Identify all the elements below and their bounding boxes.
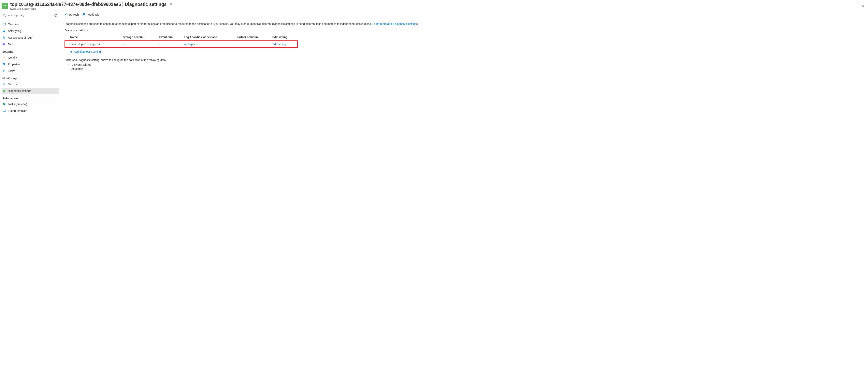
page-title: topic01stg-811a624a-8a77-437e-89de-dfeb5…	[10, 2, 167, 7]
svg-point-20	[4, 64, 5, 65]
section-label: Diagnostic settings	[65, 29, 866, 32]
intro-text: Diagnostic settings are used to configur…	[65, 22, 866, 26]
svg-rect-28	[3, 103, 4, 104]
properties-icon	[2, 63, 6, 66]
col-partner: Partner solution	[235, 34, 270, 41]
sidebar-item-label: Access control (IAM)	[8, 36, 33, 39]
diagnostic-settings-table: Name Storage account Event hub Log Analy…	[65, 34, 298, 48]
sidebar-item-tasks[interactable]: Tasks (preview)	[2, 101, 59, 107]
col-storage: Storage account	[121, 34, 157, 41]
tags-icon	[2, 42, 6, 46]
svg-point-3	[179, 4, 179, 4]
add-diagnostic-setting-button[interactable]: Add diagnostic setting	[65, 48, 866, 56]
col-law: Log Analytics workspace	[182, 34, 235, 41]
cell-partner: -	[235, 41, 270, 48]
feedback-button[interactable]: Feedback	[82, 13, 99, 16]
hint-text: Click 'Add Diagnostic setting' above to …	[65, 58, 866, 71]
svg-point-15	[4, 37, 5, 38]
activity-log-icon	[2, 29, 6, 33]
sidebar-menu: Overview Activity log Access control (IA…	[2, 21, 59, 115]
sidebar-item-activity-log[interactable]: Activity log	[2, 28, 59, 34]
sidebar-item-metrics[interactable]: Metrics	[2, 81, 59, 88]
more-button[interactable]	[175, 2, 181, 7]
cell-eventhub: -	[157, 41, 182, 48]
svg-point-16	[3, 43, 4, 44]
cell-storage: -	[121, 41, 157, 48]
add-label: Add diagnostic setting	[74, 50, 101, 53]
toolbar-label: Feedback	[87, 13, 99, 16]
svg-rect-12	[3, 31, 5, 31]
sidebar-group-header-automation[interactable]: Automation	[2, 95, 56, 101]
pin-button[interactable]	[168, 2, 174, 7]
svg-point-22	[4, 65, 4, 65]
sidebar-item-label: Export template	[8, 109, 27, 112]
sidebar-item-label: Metrics	[8, 83, 17, 86]
search-input[interactable]	[7, 14, 51, 17]
sidebar-item-label: Activity log	[8, 29, 21, 33]
svg-rect-30	[3, 104, 4, 105]
refresh-button[interactable]: Refresh	[65, 13, 79, 16]
sidebar-item-access-control[interactable]: Access control (IAM)	[2, 34, 59, 41]
identity-icon	[2, 56, 6, 59]
svg-point-33	[83, 13, 84, 14]
sidebar-item-label: Properties	[8, 63, 21, 66]
toolbar: Refresh Feedback	[65, 11, 866, 18]
access-control-icon	[2, 36, 6, 39]
overview-icon	[2, 23, 6, 26]
svg-rect-26	[4, 83, 5, 86]
svg-rect-8	[3, 23, 5, 25]
sidebar: Overview Activity log Access control (IA…	[0, 11, 59, 386]
search-input-wrapper[interactable]	[2, 12, 52, 18]
edit-setting-link[interactable]: Edit setting	[271, 41, 298, 48]
svg-rect-23	[3, 71, 5, 72]
close-button[interactable]	[860, 3, 866, 9]
col-name: Name	[65, 34, 121, 41]
cell-name: systemtopic01-diagnosti...	[65, 41, 121, 48]
page-subtitle: Event Grid System Topic	[10, 7, 858, 10]
tasks-icon	[2, 102, 6, 106]
hint-item: AllMetrics	[71, 67, 866, 71]
sidebar-group-automation: Automation Tasks (preview) Export templa…	[2, 95, 59, 114]
sidebar-item-label: Locks	[8, 69, 15, 72]
sidebar-item-tags[interactable]: Tags	[2, 41, 59, 48]
svg-point-2	[178, 4, 178, 4]
learn-more-link[interactable]: Learn more about diagnostic settings	[372, 22, 418, 26]
svg-point-18	[3, 63, 4, 64]
sidebar-item-label: Diagnostic settings	[8, 89, 31, 93]
metrics-icon	[2, 83, 6, 86]
col-edit: Edit setting	[271, 34, 298, 41]
workspace-link[interactable]: workspace	[182, 41, 235, 48]
sidebar-item-overview[interactable]: Overview	[2, 21, 59, 28]
sidebar-item-identity[interactable]: Identity	[2, 54, 59, 61]
resource-icon	[2, 3, 8, 9]
feedback-icon	[82, 13, 86, 16]
sidebar-group-header-settings[interactable]: Settings	[2, 49, 56, 54]
svg-point-14	[3, 37, 4, 38]
page-header: topic01stg-811a624a-8a77-437e-89de-dfeb5…	[0, 0, 868, 11]
svg-point-6	[3, 14, 5, 16]
sidebar-item-label: Tasks (preview)	[8, 103, 27, 106]
export-template-icon	[2, 109, 6, 112]
sidebar-item-diagnostic-settings[interactable]: Diagnostic settings	[2, 88, 59, 94]
sidebar-group-header-monitoring[interactable]: Monitoring	[2, 75, 56, 81]
sidebar-item-label: Identity	[8, 56, 17, 59]
svg-point-1	[177, 4, 177, 4]
refresh-icon	[65, 13, 68, 16]
main-content: Refresh Feedback Diagnostic settings are…	[59, 11, 868, 386]
collapse-sidebar-button[interactable]	[54, 13, 58, 18]
hint-item: DeliveryFailures	[71, 63, 866, 67]
sidebar-item-locks[interactable]: Locks	[2, 68, 59, 74]
locks-icon	[2, 69, 6, 73]
svg-line-7	[5, 16, 6, 17]
sidebar-top-group: Overview Activity log Access control (IA…	[2, 21, 59, 48]
plus-icon	[70, 51, 72, 53]
diagnostic-settings-icon	[2, 89, 6, 93]
svg-rect-11	[3, 30, 5, 31]
col-eventhub: Event hub	[157, 34, 182, 41]
sidebar-item-properties[interactable]: Properties	[2, 61, 59, 68]
search-icon	[3, 14, 6, 17]
sidebar-item-export-template[interactable]: Export template	[2, 107, 59, 114]
toolbar-label: Refresh	[69, 13, 79, 16]
svg-rect-29	[4, 103, 5, 104]
sidebar-item-label: Tags	[8, 43, 14, 46]
